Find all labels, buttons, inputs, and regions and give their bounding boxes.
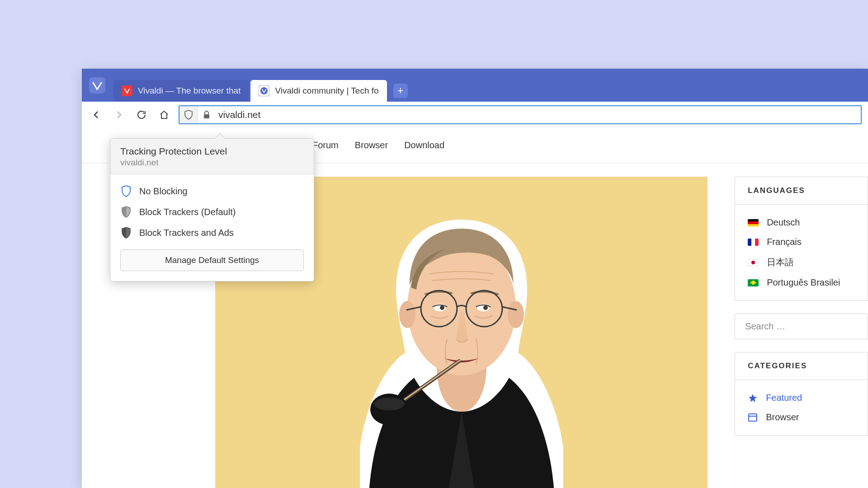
language-item-francais[interactable]: Français: [748, 232, 855, 252]
back-button[interactable]: [88, 107, 104, 123]
tab-label: Vivaldi — The browser that: [138, 86, 241, 96]
lock-icon: [203, 111, 210, 119]
new-tab-button[interactable]: +: [393, 84, 408, 98]
tab-bar: Vivaldi — The browser that Vivaldi commu…: [82, 69, 868, 102]
flag-br-icon: [748, 279, 759, 286]
site-security-indicator[interactable]: [198, 111, 216, 119]
forward-button[interactable]: [111, 107, 127, 123]
chevron-left-icon: [91, 109, 102, 120]
svg-rect-4: [204, 114, 209, 118]
languages-heading: LANGUAGES: [735, 177, 868, 205]
url-text: vivaldi.net: [216, 109, 260, 120]
svg-point-3: [260, 87, 268, 94]
plus-icon: +: [397, 85, 403, 97]
vivaldi-logo-icon: [89, 77, 105, 94]
svg-rect-20: [749, 414, 757, 421]
flag-de-icon: [748, 219, 759, 226]
tab-active[interactable]: Vivaldi community | Tech fo: [250, 80, 387, 102]
nav-link-download[interactable]: Download: [404, 140, 444, 150]
svg-point-19: [374, 398, 405, 410]
manage-default-settings-button[interactable]: Manage Default Settings: [120, 249, 304, 271]
shield-outline-blue-icon: [121, 185, 131, 197]
language-item-deutsch[interactable]: Deutsch: [748, 213, 855, 232]
window-icon: [748, 413, 758, 422]
tab-inactive[interactable]: Vivaldi — The browser that: [113, 80, 249, 102]
sidebar: LANGUAGES Deutsch Français 日本語: [735, 177, 868, 488]
category-item-featured[interactable]: Featured: [748, 388, 855, 408]
category-label: Browser: [766, 412, 799, 422]
tracking-shield-button[interactable]: [179, 106, 198, 123]
address-bar[interactable]: vivaldi.net: [179, 105, 862, 124]
categories-heading: CATEGORIES: [735, 352, 868, 380]
shield-dark-icon: [121, 227, 131, 239]
language-item-portuguese[interactable]: Português Brasilei: [748, 273, 855, 292]
languages-box: LANGUAGES Deutsch Français 日本語: [735, 177, 868, 301]
svg-rect-1: [122, 85, 132, 96]
language-item-japanese[interactable]: 日本語: [748, 252, 855, 273]
popup-domain: vivaldi.net: [120, 158, 304, 168]
nav-link-browser[interactable]: Browser: [355, 140, 388, 150]
shield-grey-icon: [121, 206, 131, 218]
home-icon: [159, 109, 170, 120]
popup-header: Tracking Protection Level vivaldi.net: [110, 139, 314, 174]
tracking-option-no-blocking[interactable]: No Blocking: [110, 181, 314, 202]
flag-jp-icon: [748, 259, 759, 266]
reload-button[interactable]: [133, 107, 150, 123]
vivaldi-favicon-red-icon: [122, 85, 132, 96]
vivaldi-favicon-blue-icon: [259, 85, 269, 96]
star-icon: [748, 393, 758, 403]
popup-options: No Blocking Block Trackers (Default): [110, 174, 314, 249]
reload-icon: [136, 109, 147, 120]
categories-box: CATEGORIES Featured Browser: [735, 352, 868, 436]
svg-point-6: [399, 301, 415, 328]
search-input[interactable]: [735, 314, 868, 339]
tracking-option-block-trackers[interactable]: Block Trackers (Default): [110, 202, 314, 222]
svg-point-14: [440, 305, 444, 310]
chevron-right-icon: [113, 109, 124, 120]
svg-rect-0: [89, 77, 105, 94]
language-label: 日本語: [767, 256, 794, 268]
option-label: No Blocking: [139, 186, 188, 197]
option-label: Block Trackers and Ads: [139, 228, 234, 238]
language-label: Deutsch: [767, 217, 800, 228]
option-label: Block Trackers (Default): [139, 207, 236, 217]
portrait-illustration: [335, 204, 588, 488]
shield-outline-icon: [184, 110, 193, 120]
popup-title: Tracking Protection Level: [120, 146, 304, 157]
svg-point-15: [483, 305, 488, 310]
toolbar: vivaldi.net: [82, 102, 868, 128]
category-label: Featured: [766, 393, 802, 403]
tracking-option-block-trackers-ads[interactable]: Block Trackers and Ads: [110, 222, 314, 243]
language-label: Français: [767, 237, 802, 247]
flag-fr-icon: [748, 239, 759, 246]
tracking-protection-popup: Tracking Protection Level vivaldi.net No…: [110, 138, 314, 282]
svg-point-7: [508, 301, 524, 328]
tab-label: Vivaldi community | Tech fo: [275, 86, 378, 96]
vivaldi-menu-button[interactable]: [85, 74, 109, 97]
category-item-browser[interactable]: Browser: [748, 408, 855, 427]
language-label: Português Brasilei: [767, 277, 840, 288]
nav-link-forum[interactable]: Forum: [312, 140, 339, 150]
browser-window: Vivaldi — The browser that Vivaldi commu…: [82, 69, 868, 488]
home-button[interactable]: [156, 107, 172, 123]
